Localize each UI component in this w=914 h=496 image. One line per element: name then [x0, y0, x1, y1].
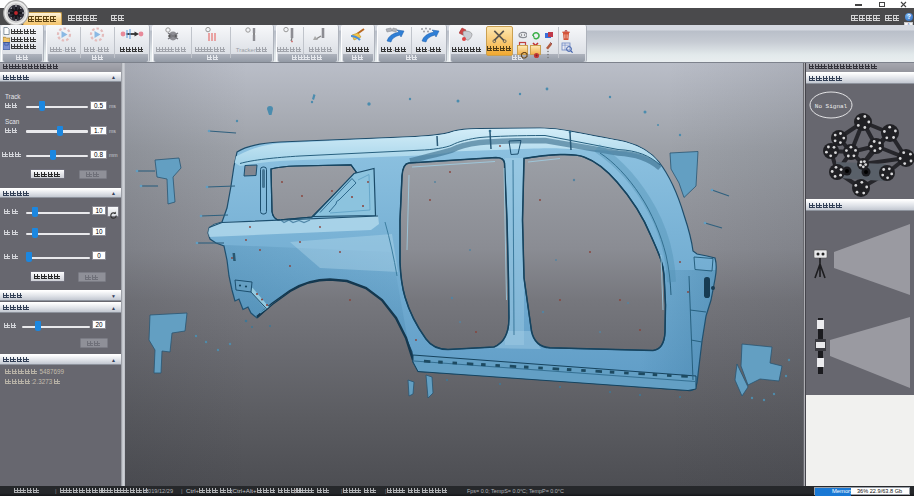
svg-text:No Signal: No Signal — [815, 103, 848, 110]
